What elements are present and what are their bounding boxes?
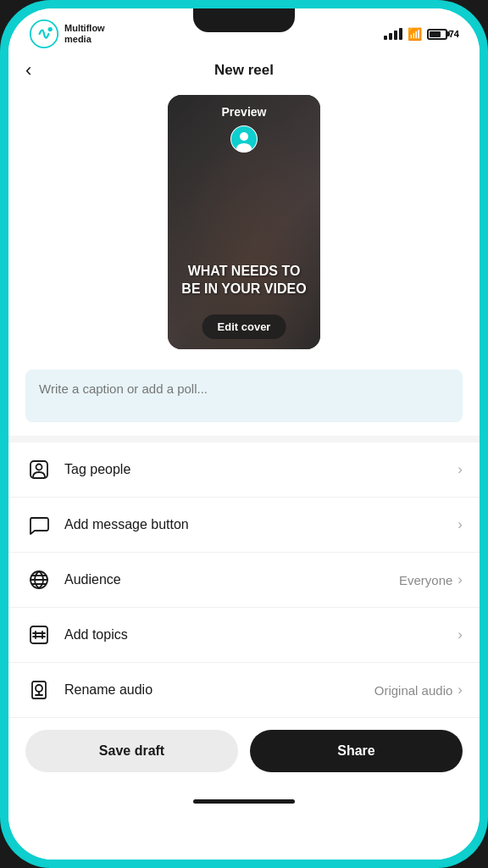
rename-audio-value: Original audio — [374, 683, 453, 698]
preview-label: Preview — [168, 105, 320, 119]
hashtag-icon — [25, 621, 53, 648]
options-list: Tag people › Add message button › — [8, 442, 480, 718]
rename-audio-label: Rename audio — [64, 682, 374, 698]
audience-icon — [25, 566, 53, 593]
home-bar — [193, 799, 295, 804]
tag-people-label: Tag people — [64, 462, 458, 477]
audience-row[interactable]: Audience Everyone › — [8, 553, 480, 608]
bottom-actions: Save draft Share — [8, 718, 480, 789]
signal-icon — [384, 28, 402, 40]
add-topics-row[interactable]: Add topics › — [8, 608, 480, 663]
svg-rect-13 — [32, 682, 46, 698]
phone-screen: Multiflowmedia 📶 74 — [8, 8, 480, 860]
header: ‹ New reel — [8, 53, 480, 88]
audience-label: Audience — [64, 572, 399, 587]
preview-section: Preview WHAT NEEDS TO BE IN YOUR VIDEO E… — [8, 88, 480, 359]
logo-area: Multiflowmedia — [29, 19, 105, 49]
avatar — [230, 125, 258, 153]
main-content: Preview WHAT NEEDS TO BE IN YOUR VIDEO E… — [8, 88, 480, 860]
notch — [193, 8, 295, 32]
svg-point-3 — [240, 132, 248, 141]
audio-icon — [25, 676, 53, 704]
tag-person-icon — [25, 456, 53, 483]
add-topics-label: Add topics — [64, 627, 458, 643]
page-title: New reel — [56, 62, 432, 79]
add-message-button-row[interactable]: Add message button › — [8, 498, 480, 553]
chevron-icon: › — [458, 626, 463, 643]
chevron-icon: › — [458, 571, 463, 588]
tag-people-row[interactable]: Tag people › — [8, 442, 480, 498]
logo-icon — [29, 19, 59, 49]
svg-rect-14 — [36, 685, 42, 692]
divider — [8, 436, 480, 442]
caption-input[interactable] — [25, 370, 463, 422]
chevron-icon: › — [458, 516, 463, 533]
battery-icon: 74 — [427, 29, 459, 40]
svg-point-1 — [48, 27, 53, 31]
save-draft-button[interactable]: Save draft — [25, 730, 238, 772]
edit-cover-button[interactable]: Edit cover — [202, 314, 286, 339]
chevron-icon: › — [458, 461, 463, 478]
share-button[interactable]: Share — [250, 730, 463, 772]
message-icon — [25, 511, 53, 538]
svg-rect-8 — [30, 626, 47, 643]
logo-text: Multiflowmedia — [64, 23, 105, 45]
svg-point-6 — [36, 465, 42, 470]
video-preview: Preview WHAT NEEDS TO BE IN YOUR VIDEO E… — [168, 95, 320, 349]
status-right: 📶 74 — [384, 27, 459, 41]
caption-section — [8, 359, 480, 436]
back-button[interactable]: ‹ — [25, 59, 56, 81]
wifi-icon: 📶 — [408, 27, 422, 41]
video-text: WHAT NEEDS TO BE IN YOUR VIDEO — [168, 263, 320, 298]
add-message-label: Add message button — [64, 517, 458, 532]
chevron-icon: › — [458, 682, 463, 698]
phone-frame: Multiflowmedia 📶 74 — [0, 0, 488, 868]
home-indicator — [8, 789, 480, 813]
audience-value: Everyone — [399, 573, 452, 587]
rename-audio-row[interactable]: Rename audio Original audio › — [8, 663, 480, 718]
